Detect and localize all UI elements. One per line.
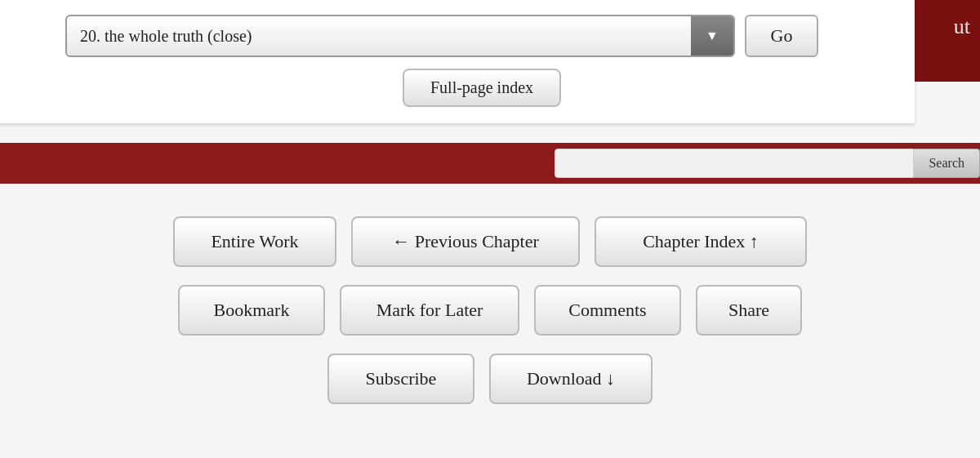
mark-for-later-button[interactable]: Mark for Later — [340, 285, 519, 336]
previous-chapter-button[interactable]: ← Previous Chapter — [351, 216, 580, 267]
nav-row-1: Entire Work ← Previous Chapter Chapter I… — [49, 216, 931, 267]
full-page-index-button[interactable]: Full-page index — [403, 69, 561, 107]
nav-row-2: Bookmark Mark for Later Comments Share — [49, 285, 931, 336]
chapter-nav-row: 20. the whole truth (close) Go — [65, 15, 898, 57]
download-button[interactable]: Download ↓ — [489, 354, 653, 404]
main-content: Entire Work ← Previous Chapter Chapter I… — [0, 184, 980, 447]
entire-work-button[interactable]: Entire Work — [173, 216, 336, 267]
search-button[interactable]: Search — [914, 149, 980, 178]
chapter-select-wrapper[interactable]: 20. the whole truth (close) — [65, 15, 735, 57]
chapter-dropdown-arrow[interactable] — [691, 15, 733, 57]
full-page-index-row: Full-page index — [65, 69, 898, 107]
chapter-index-button[interactable]: Chapter Index ↑ — [595, 216, 807, 267]
chapter-select-text: 20. the whole truth (close) — [67, 27, 691, 46]
comments-button[interactable]: Comments — [534, 285, 681, 336]
out-text: ut — [954, 15, 970, 39]
subscribe-button[interactable]: Subscribe — [327, 354, 474, 404]
search-bar: Search — [0, 143, 980, 184]
bookmark-button[interactable]: Bookmark — [178, 285, 325, 336]
share-button[interactable]: Share — [696, 285, 802, 336]
search-input-wrapper: Search — [555, 149, 980, 178]
search-input[interactable] — [555, 149, 914, 178]
nav-row-3: Subscribe Download ↓ — [49, 354, 931, 404]
go-button[interactable]: Go — [745, 15, 818, 57]
top-panel: 20. the whole truth (close) Go Full-page… — [0, 0, 915, 123]
